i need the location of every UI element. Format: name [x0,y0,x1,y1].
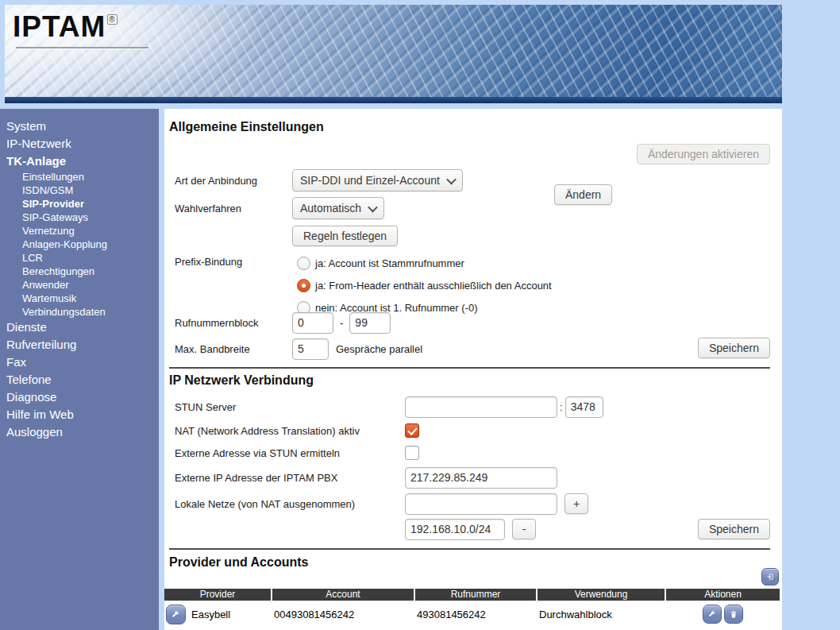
stun-ermitteln-label: Externe Adresse via STUN ermitteln [175,447,340,459]
sidebar-item-isdn-gsm[interactable]: ISDN/GSM [0,184,159,197]
bandbreite-suffix: Gespräche parallel [336,343,422,355]
section-divider [169,548,770,550]
rufnummernblock-separator: - [340,317,343,329]
provider-table-header: Provider Account Rufnummer Verwendung Ak… [164,589,780,601]
sidebar-item-fax[interactable]: Fax [0,354,159,371]
bandbreite-label: Max. Bandbreite [175,343,250,355]
logo-underline [16,47,148,48]
providers-section-title: Provider und Accounts [169,555,308,570]
verwendung-cell: Durchwahlblock [538,601,665,627]
page-title: Allgemeine Einstellungen [169,120,324,134]
bandbreite-input[interactable] [292,338,329,360]
prefix-radio-from-header-label: ja: From-Header enthält ausschließlich d… [315,280,552,292]
regeln-festlegen-button[interactable]: Regeln festlegen [292,226,398,246]
provider-name: Easybell [191,609,230,620]
col-provider: Provider [164,589,271,601]
new-account-button[interactable] [761,568,779,586]
stun-colon: : [560,401,563,413]
stun-server-label: STUN Server [175,401,236,413]
provider-table: Provider Account Rufnummer Verwendung Ak… [164,589,780,630]
externe-ip-label: Externe IP Adresse der IPTAM PBX [175,472,337,484]
sidebar-item-ip-netzwerk[interactable]: IP-Netzwerk [0,135,159,153]
sidebar-item-dienste[interactable]: Dienste [0,319,159,336]
sidebar-nav: System IP-Netzwerk TK-Anlage Einstellung… [0,109,159,630]
speichern-button-general[interactable]: Speichern [698,338,770,358]
stun-server-input[interactable] [405,396,557,418]
registered-trademark: ® [107,14,117,25]
network-section-title: IP Netzwerk Verbindung [169,373,314,388]
nat-aktiv-label: NAT (Network Address Translation) aktiv [175,425,360,437]
row-delete-button[interactable] [724,605,743,624]
sidebar-item-einstellungen[interactable]: Einstellungen [0,170,159,184]
sidebar-item-berechtigungen[interactable]: Berechtigungen [0,265,159,278]
wrench-icon [171,609,180,620]
sidebar-item-anlagen-kopplung[interactable]: Anlagen-Kopplung [0,238,159,251]
speichern-button-network[interactable]: Speichern [698,519,770,539]
sidebar-item-verbindungsdaten[interactable]: Verbindungsdaten [0,305,159,319]
sidebar-item-wartemusik[interactable]: Wartemusik [0,292,159,305]
col-rufnummer: Rufnummer [415,589,536,601]
header-banner: IPTAM® [5,5,782,103]
externe-ip-input[interactable] [405,467,557,489]
art-anbindung-label: Art der Anbindung [175,175,257,187]
art-anbindung-select[interactable]: SIP-DDI und Einzel-Account [292,169,463,191]
import-page-icon [767,571,773,582]
chevron-down-icon [368,202,378,212]
rufnummernblock-from-input[interactable] [292,312,333,334]
stun-ermitteln-checkbox[interactable] [405,446,419,460]
rufnummernblock-label: Rufnummernblock [175,317,259,329]
stun-port-input[interactable] [565,396,603,418]
trash-icon [730,609,738,620]
wahlverfahren-label: Wahlverfahren [175,203,241,215]
sidebar-item-system[interactable]: System [0,118,159,135]
sidebar-item-tk-anlage[interactable]: TK-Anlage [0,153,159,170]
section-divider [169,367,770,369]
sidebar-item-anwender[interactable]: Anwender [0,278,159,292]
main-content: Allgemeine Einstellungen Änderungen akti… [164,109,782,630]
add-net-button[interactable]: + [564,493,588,514]
sidebar-item-ausloggen[interactable]: Ausloggen [0,423,159,441]
rufnummer-cell: 493081456242 [415,601,536,627]
table-row: Easybell 00493081456242 493081456242 Dur… [164,601,780,627]
sidebar-item-hilfe-im-web[interactable]: Hilfe im Web [0,406,159,423]
lokale-netze-input[interactable] [405,493,557,515]
col-aktionen: Aktionen [666,589,780,601]
sidebar-item-vernetzung[interactable]: Vernetzung [0,224,159,238]
prefix-radio-stammrufnummer[interactable] [297,257,310,270]
row-edit-button[interactable] [703,605,722,624]
sidebar-item-rufverteilung[interactable]: Rufverteilung [0,336,159,354]
lokales-netz-entry-input[interactable] [405,519,505,540]
account-cell: 00493081456242 [272,601,414,627]
col-account: Account [272,589,414,601]
wahlverfahren-value: Automatisch [300,202,361,215]
provider-edit-button[interactable] [166,605,186,624]
art-anbindung-value: SIP-DDI und Einzel-Account [300,174,440,187]
sidebar-item-lcr[interactable]: LCR [0,251,159,265]
lokale-netze-label: Lokale Netze (von NAT ausgenommen) [175,498,355,510]
iptam-logo: IPTAM® [13,10,118,44]
prefix-radio-from-header[interactable] [297,279,310,292]
sidebar-item-telefone[interactable]: Telefone [0,371,159,388]
remove-net-button[interactable]: - [512,519,536,539]
wahlverfahren-select[interactable]: Automatisch [292,197,384,219]
rufnummernblock-to-input[interactable] [349,312,391,334]
wrench-icon [708,609,716,620]
chevron-down-icon [446,174,457,184]
activate-changes-button[interactable]: Änderungen aktivieren [637,144,770,164]
sidebar-item-sip-provider[interactable]: SIP-Provider [0,197,159,211]
sidebar-item-sip-gateways[interactable]: SIP-Gateways [0,211,159,224]
nat-aktiv-checkbox[interactable] [405,423,419,438]
sidebar-item-diagnose[interactable]: Diagnose [0,388,159,406]
prefix-radio-stammrufnummer-label: ja: Account ist Stammrufnummer [315,257,464,269]
col-verwendung: Verwendung [538,589,665,601]
